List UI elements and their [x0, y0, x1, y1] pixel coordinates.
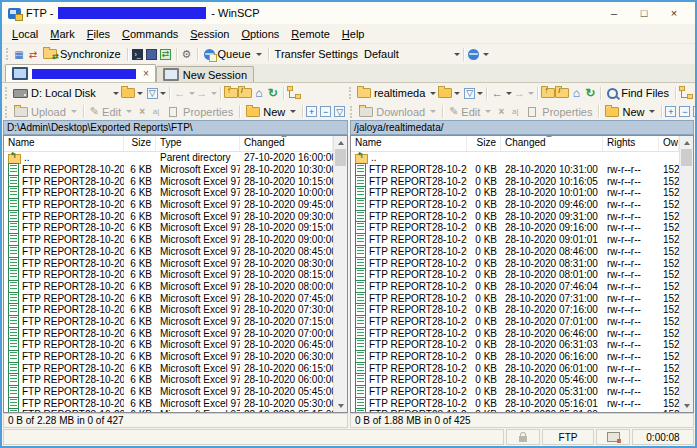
file-row[interactable]: FTP REPORT28-10-20...0 KB28-10-2020 10:0… — [351, 187, 679, 199]
minimize-button[interactable]: – — [599, 3, 629, 23]
scroll-up-icon[interactable] — [334, 136, 347, 149]
file-row[interactable]: FTP REPORT28-10-20...6 KBMicrosoft Excel… — [4, 234, 333, 246]
menu-commands[interactable]: Commands — [116, 26, 184, 42]
forward-dropdown-icon[interactable] — [528, 92, 534, 95]
commander-layout-icon[interactable]: ▦ — [12, 48, 26, 61]
parent-directory-icon[interactable]: ↑ — [541, 87, 555, 100]
refresh-icon[interactable]: ↻ — [583, 87, 597, 100]
file-row[interactable]: FTP REPORT28-10-20...0 KB28-10-2020 07:0… — [351, 316, 679, 328]
menu-remote[interactable]: Remote — [285, 26, 336, 42]
file-row[interactable]: FTP REPORT28-10-20...6 KBMicrosoft Excel… — [4, 269, 333, 281]
selection-filter-icon[interactable]: ▽ — [693, 106, 697, 117]
refresh-icon[interactable]: ↻ — [266, 87, 280, 100]
scroll-down-icon[interactable] — [334, 399, 347, 412]
file-row[interactable]: FTP REPORT28-10-20...6 KBMicrosoft Excel… — [4, 304, 333, 316]
file-row[interactable]: FTP REPORT28-10-20...0 KB28-10-2020 08:3… — [351, 257, 679, 269]
directory-tree-icon[interactable] — [679, 87, 693, 100]
drive-dropdown-icon[interactable] — [113, 92, 119, 95]
column-header-type[interactable]: Type — [156, 136, 240, 151]
session-dropdown-icon[interactable] — [483, 53, 489, 56]
file-row[interactable]: FTP REPORT28-10-20...0 KB28-10-2020 06:4… — [351, 327, 679, 339]
selection-filter-icon[interactable]: ▽ — [334, 106, 345, 117]
forward-icon[interactable]: → — [195, 87, 209, 100]
gear-icon[interactable]: ⚙ — [180, 48, 194, 61]
select-add-icon[interactable]: + — [306, 106, 317, 117]
menu-mark[interactable]: Mark — [44, 26, 80, 42]
properties-button[interactable]: Properties — [522, 104, 595, 119]
preferences-icon[interactable] — [145, 48, 159, 61]
file-row[interactable]: .. — [351, 152, 679, 164]
file-row[interactable]: FTP REPORT28-10-20...0 KB28-10-2020 09:4… — [351, 199, 679, 211]
file-row[interactable]: FTP REPORT28-10-20...6 KBMicrosoft Excel… — [4, 175, 333, 187]
file-row[interactable]: FTP REPORT28-10-20...6 KBMicrosoft Excel… — [4, 222, 333, 234]
transfer-settings-dropdown-icon[interactable] — [454, 53, 460, 56]
column-header-rights[interactable]: Rights — [603, 136, 659, 151]
file-row[interactable]: FTP REPORT28-10-20...0 KB28-10-2020 05:4… — [351, 374, 679, 386]
download-button[interactable]: Download — [356, 104, 439, 119]
refresh-session-icon[interactable]: ⇄ — [159, 48, 173, 61]
open-directory-dropdown-icon[interactable] — [454, 92, 460, 95]
directory-tree-icon[interactable] — [287, 87, 301, 100]
session-tab-active[interactable]: × — [5, 64, 156, 82]
open-directory-icon[interactable] — [121, 87, 135, 100]
file-row[interactable]: FTP REPORT28-10-20...6 KBMicrosoft Excel… — [4, 257, 333, 269]
menu-files[interactable]: Files — [81, 26, 116, 42]
new-session-tab[interactable]: New Session — [156, 66, 254, 82]
maximize-button[interactable]: □ — [629, 3, 659, 23]
scroll-up-icon[interactable] — [680, 136, 693, 149]
file-row[interactable]: FTP REPORT28-10-20...0 KB28-10-2020 09:0… — [351, 234, 679, 246]
local-path-bar[interactable]: D:\Admin\Desktop\Exported Reports\FTP\ — [3, 120, 348, 135]
find-files-button[interactable]: Find Files — [604, 86, 672, 100]
session-globe-icon[interactable] — [467, 48, 481, 61]
transfer-settings-button[interactable]: Transfer Settings Default — [272, 47, 402, 61]
rename-icon[interactable]: a| — [508, 105, 522, 118]
filter-dropdown-icon[interactable] — [477, 92, 483, 95]
console-icon[interactable]: ›_ — [131, 48, 145, 61]
file-row[interactable]: FTP REPORT28-10-20...0 KB28-10-2020 07:4… — [351, 281, 679, 293]
menu-local[interactable]: Local — [6, 26, 44, 42]
file-row[interactable]: FTP REPORT28-10-20...6 KBMicrosoft Excel… — [4, 210, 333, 222]
column-header-name[interactable]: Name — [4, 136, 124, 151]
local-drive-combo[interactable]: D: Local Disk — [11, 87, 121, 99]
file-row[interactable]: FTP REPORT28-10-20...6 KBMicrosoft Excel… — [4, 374, 333, 386]
column-header-size[interactable]: Size — [124, 136, 156, 151]
queue-dropdown-icon[interactable] — [256, 53, 262, 56]
file-row[interactable]: FTP REPORT28-10-20...6 KBMicrosoft Excel… — [4, 199, 333, 211]
file-row[interactable]: FTP REPORT28-10-20...0 KB28-10-2020 09:1… — [351, 222, 679, 234]
encryption-cell[interactable] — [506, 429, 540, 445]
new-button[interactable]: New — [602, 105, 658, 119]
upload-button[interactable]: Upload — [11, 104, 80, 119]
open-directory-icon[interactable] — [438, 87, 452, 100]
select-add-icon[interactable]: + — [665, 106, 676, 117]
scrollbar-thumb[interactable] — [681, 149, 692, 166]
column-header-size[interactable]: Size — [467, 136, 501, 151]
scroll-down-icon[interactable] — [680, 399, 693, 412]
file-row[interactable]: FTP REPORT28-10-20...0 KB28-10-2020 07:3… — [351, 292, 679, 304]
file-row[interactable]: FTP REPORT28-10-20...6 KBMicrosoft Excel… — [4, 164, 333, 176]
file-row[interactable]: FTP REPORT28-10-20...0 KB28-10-2020 07:1… — [351, 304, 679, 316]
menu-options[interactable]: Options — [235, 26, 285, 42]
file-row[interactable]: FTP REPORT28-10-20...6 KBMicrosoft Excel… — [4, 327, 333, 339]
swap-panels-icon[interactable]: ⇄ — [26, 48, 40, 61]
file-row[interactable]: FTP REPORT28-10-20...0 KB28-10-2020 06:3… — [351, 339, 679, 351]
filter-icon[interactable]: ▽ — [147, 88, 158, 99]
scrollbar-thumb[interactable] — [335, 149, 346, 166]
forward-dropdown-icon[interactable] — [211, 92, 217, 95]
delete-icon[interactable]: × — [135, 105, 149, 118]
back-icon[interactable]: ← — [490, 87, 504, 100]
forward-icon[interactable]: → — [512, 87, 526, 100]
remote-scrollbar[interactable] — [679, 136, 693, 412]
file-row[interactable]: FTP REPORT28-10-20...0 KB28-10-2020 10:1… — [351, 175, 679, 187]
file-row[interactable]: FTP REPORT28-10-20...6 KBMicrosoft Excel… — [4, 316, 333, 328]
remote-path-bar[interactable]: /jaloya/realtimedata/ — [350, 120, 694, 135]
remote-directory-combo[interactable]: realtimeda — [355, 87, 438, 99]
select-remove-icon[interactable]: − — [679, 106, 690, 117]
protocol-cell[interactable]: FTP — [542, 429, 594, 445]
file-row[interactable]: FTP REPORT28-10-20...6 KBMicrosoft Excel… — [4, 339, 333, 351]
file-row[interactable]: ..Parent directory27-10-2020 16:00:00 — [4, 152, 333, 164]
file-row[interactable]: FTP REPORT28-10-20...6 KBMicrosoft Excel… — [4, 386, 333, 398]
column-header-changed[interactable]: Changed — [501, 136, 603, 151]
file-row[interactable]: FTP REPORT28-10-20...0 KB28-10-2020 05:3… — [351, 386, 679, 398]
column-header-changed[interactable]: Changed — [240, 136, 333, 151]
file-row[interactable]: FTP REPORT28-10-20...6 KBMicrosoft Excel… — [4, 351, 333, 363]
